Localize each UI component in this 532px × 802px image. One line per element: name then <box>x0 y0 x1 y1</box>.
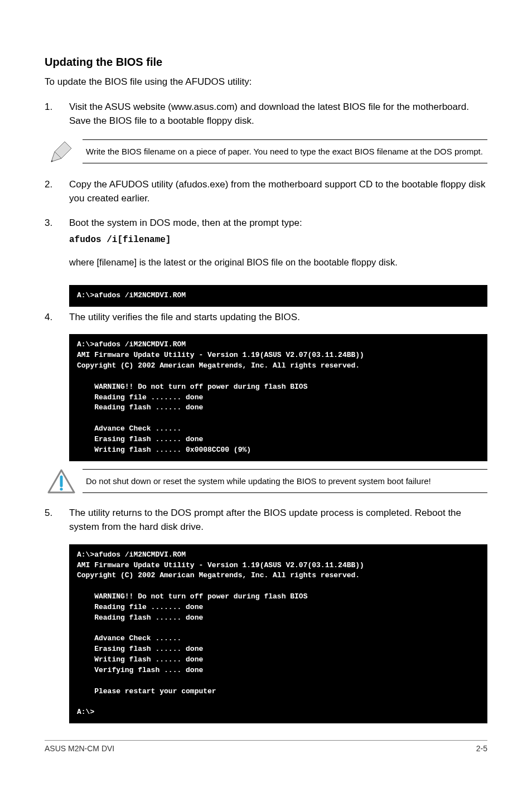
step-1: 1. Visit the ASUS website (www.asus.com)… <box>45 100 487 128</box>
svg-point-5 <box>60 487 62 490</box>
step-list-cont3: 5. The utility returns to the DOS prompt… <box>45 506 487 534</box>
command-text: afudos /i[filename] <box>69 233 487 247</box>
step-text: Copy the AFUDOS utility (afudos.exe) fro… <box>69 177 487 206</box>
section-heading: Updating the BIOS file <box>45 56 487 69</box>
step-text: Visit the ASUS website (www.asus.com) an… <box>69 100 487 128</box>
step-5: 5. The utility returns to the DOS prompt… <box>45 506 487 534</box>
warning-icon <box>45 469 78 494</box>
step-text: Boot the system in DOS mode, then at the… <box>69 216 487 275</box>
where-text: where [filename] is the latest or the or… <box>69 255 487 269</box>
step-number: 3. <box>45 216 69 275</box>
step-2: 2. Copy the AFUDOS utility (afudos.exe) … <box>45 177 487 206</box>
note-pencil: Write the BIOS filename on a piece of pa… <box>45 138 487 165</box>
note-text: Write the BIOS filename on a piece of pa… <box>83 139 487 163</box>
step-number: 5. <box>45 506 69 534</box>
page-content: Updating the BIOS file To update the BIO… <box>0 0 532 775</box>
step-number: 2. <box>45 177 69 206</box>
terminal-output-3: A:\>afudos /iM2NCMDVI.ROM AMI Firmware U… <box>69 544 487 724</box>
note-text: Do not shut down or reset the system whi… <box>83 469 487 493</box>
intro-text: To update the BIOS file using the AFUDOS… <box>45 75 487 89</box>
footer-right: 2-5 <box>476 744 487 753</box>
step-4: 4. The utility verifies the file and sta… <box>45 310 487 325</box>
note-warning: Do not shut down or reset the system whi… <box>45 469 487 494</box>
svg-marker-0 <box>51 142 71 162</box>
step-list: 1. Visit the ASUS website (www.asus.com)… <box>45 100 487 128</box>
step-text-inner: Boot the system in DOS mode, then at the… <box>69 218 302 228</box>
svg-line-2 <box>51 161 52 162</box>
footer-left: ASUS M2N-CM DVI <box>45 744 114 753</box>
page-footer: ASUS M2N-CM DVI 2-5 <box>45 740 487 753</box>
terminal-output-1: A:\>afudos /iM2NCMDVI.ROM <box>69 285 487 307</box>
step-text: The utility verifies the file and starts… <box>69 310 487 325</box>
step-3: 3. Boot the system in DOS mode, then at … <box>45 216 487 275</box>
pencil-icon <box>45 138 78 165</box>
step-number: 4. <box>45 310 69 325</box>
step-list-cont: 2. Copy the AFUDOS utility (afudos.exe) … <box>45 177 487 275</box>
terminal-output-2: A:\>afudos /iM2NCMDVI.ROM AMI Firmware U… <box>69 334 487 461</box>
step-number: 1. <box>45 100 69 128</box>
step-text: The utility returns to the DOS prompt af… <box>69 506 487 534</box>
step-list-cont2: 4. The utility verifies the file and sta… <box>45 310 487 325</box>
